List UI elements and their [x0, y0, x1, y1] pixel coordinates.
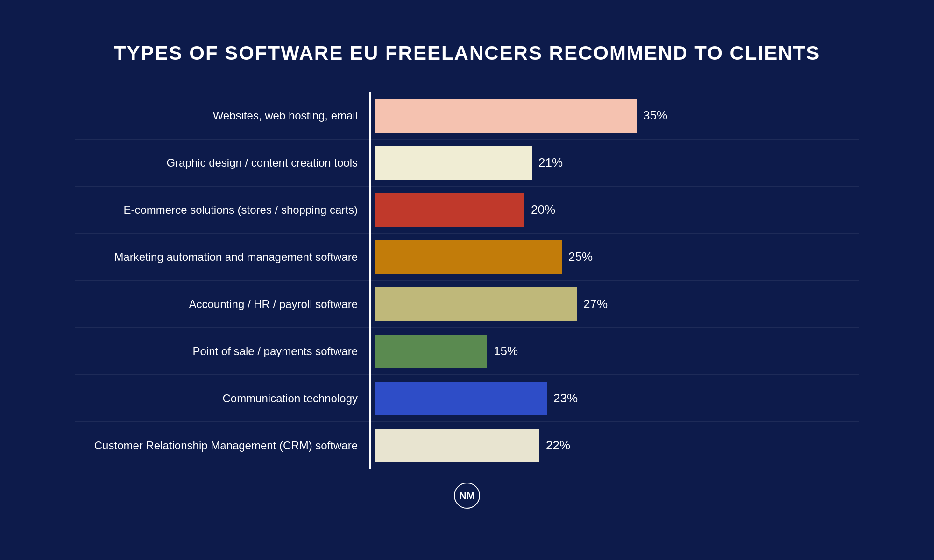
bar-label: E-commerce solutions (stores / shopping …: [75, 187, 369, 234]
bar-cell: 35%: [371, 92, 859, 140]
bar-label: Point of sale / payments software: [75, 328, 369, 375]
bar-fill: [375, 193, 524, 227]
chart-main: Websites, web hosting, emailGraphic desi…: [75, 92, 859, 469]
bar-percent: 22%: [546, 438, 570, 453]
bar-fill: [375, 146, 532, 180]
logo-area: NM: [454, 483, 480, 509]
bar-label: Communication technology: [75, 375, 369, 422]
chart-title: TYPES OF SOFTWARE EU FREELANCERS RECOMME…: [114, 42, 820, 64]
chart-container: TYPES OF SOFTWARE EU FREELANCERS RECOMME…: [47, 23, 887, 537]
bar-cell: 23%: [371, 375, 859, 422]
bar-percent: 15%: [494, 344, 518, 358]
bars-column: 35%21%20%25%27%15%23%22%: [371, 92, 859, 469]
bar-percent: 35%: [643, 108, 667, 123]
bar-cell: 22%: [371, 422, 859, 469]
bar-cell: 21%: [371, 140, 859, 187]
bar-label: Websites, web hosting, email: [75, 92, 369, 140]
bar-percent: 23%: [553, 391, 578, 406]
bar-fill: [375, 99, 637, 133]
bar-cell: 27%: [371, 281, 859, 328]
bar-label: Marketing automation and management soft…: [75, 234, 369, 281]
bar-cell: 25%: [371, 234, 859, 281]
logo: NM: [454, 483, 480, 509]
bar-percent: 21%: [538, 155, 563, 170]
labels-column: Websites, web hosting, emailGraphic desi…: [75, 92, 369, 469]
bar-cell: 20%: [371, 187, 859, 234]
bar-percent: 20%: [531, 203, 555, 217]
bar-label: Customer Relationship Management (CRM) s…: [75, 422, 369, 469]
bar-fill: [375, 240, 562, 274]
bar-percent: 27%: [583, 297, 608, 311]
bar-label: Accounting / HR / payroll software: [75, 281, 369, 328]
bar-fill: [375, 382, 547, 415]
bar-cell: 15%: [371, 328, 859, 375]
bar-fill: [375, 335, 487, 368]
bar-fill: [375, 429, 539, 462]
bar-fill: [375, 287, 577, 321]
bar-label: Graphic design / content creation tools: [75, 140, 369, 187]
bar-percent: 25%: [568, 250, 593, 264]
